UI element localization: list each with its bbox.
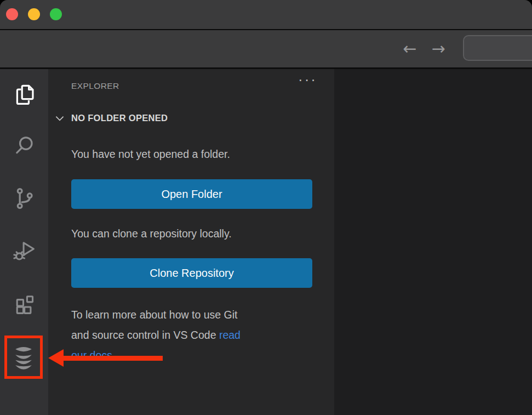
explorer-title: EXPLORER bbox=[71, 81, 119, 91]
annotation-arrow-head bbox=[48, 349, 64, 367]
sidebar-item-source-control[interactable] bbox=[12, 186, 37, 211]
close-window-button[interactable] bbox=[6, 8, 18, 20]
more-actions-icon[interactable]: ··· bbox=[298, 72, 317, 87]
docs-text-line1: To learn more about how to use Git bbox=[71, 309, 238, 321]
clone-repository-button[interactable]: Clone Repository bbox=[71, 258, 312, 288]
minimize-window-button[interactable] bbox=[28, 8, 40, 20]
explorer-sidebar: EXPLORER ··· NO FOLDER OPENED You have n… bbox=[48, 69, 334, 415]
welcome-text-clone: You can clone a repository locally. bbox=[71, 228, 232, 240]
annotation-arrow-shaft bbox=[62, 356, 163, 361]
forward-arrow-icon[interactable]: → bbox=[427, 38, 449, 60]
files-icon bbox=[12, 82, 37, 107]
activity-bar bbox=[0, 69, 48, 415]
zoom-window-button[interactable] bbox=[50, 8, 62, 20]
vscode-window: ← → bbox=[0, 0, 532, 415]
section-title-no-folder-opened[interactable]: NO FOLDER OPENED bbox=[71, 113, 168, 123]
titlebar bbox=[0, 0, 532, 29]
back-arrow-icon[interactable]: ← bbox=[399, 38, 421, 60]
source-control-icon bbox=[12, 186, 37, 211]
docs-text-line2: and source control in VS Code bbox=[71, 329, 219, 341]
sidebar-item-run-debug[interactable] bbox=[12, 239, 37, 264]
debug-icon bbox=[12, 239, 37, 264]
read-our-docs-link[interactable]: read bbox=[219, 329, 241, 341]
database-icon bbox=[11, 345, 36, 370]
sidebar-item-database[interactable] bbox=[11, 345, 36, 370]
sidebar-item-extensions[interactable] bbox=[12, 293, 37, 318]
sidebar-item-search[interactable] bbox=[12, 133, 37, 158]
chevron-down-icon[interactable] bbox=[54, 112, 66, 124]
extensions-icon bbox=[12, 293, 37, 318]
welcome-text-no-folder: You have not yet opened a folder. bbox=[71, 148, 230, 161]
navigation-bar: ← → bbox=[0, 30, 532, 67]
search-icon bbox=[12, 133, 37, 158]
editor-empty-area bbox=[334, 69, 532, 415]
open-folder-button[interactable]: Open Folder bbox=[71, 179, 312, 209]
annotation-highlight-box bbox=[4, 336, 43, 379]
command-center-searchbox[interactable] bbox=[463, 35, 532, 61]
sidebar-item-explorer[interactable] bbox=[12, 82, 37, 107]
